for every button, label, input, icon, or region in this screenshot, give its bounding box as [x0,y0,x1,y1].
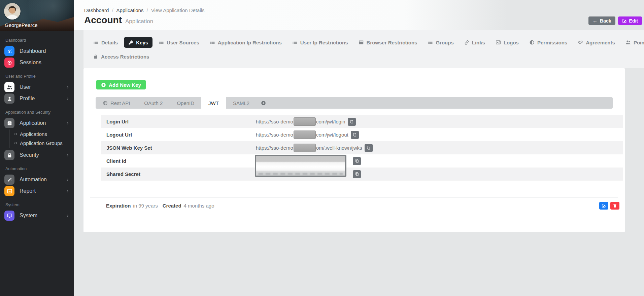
tab-label: Groups [436,40,453,45]
sidebar-subitem-label: Application Groups [20,140,63,146]
redaction-chip [294,117,316,126]
tab-user-sources[interactable]: User Sources [154,37,204,48]
page-subtitle: Application [125,18,153,25]
edit-key-button[interactable] [599,202,608,210]
key-tab-label: OAuth 2 [144,100,163,106]
tab-label: User Sources [167,40,199,45]
key-tab-label: OpenID [177,100,194,106]
copy-button[interactable] [348,118,356,126]
copy-button[interactable] [353,170,361,178]
tab-label: Logos [504,40,519,45]
sidebar-item-profile[interactable]: Profile [0,93,74,104]
sidebar-item-application-groups[interactable]: Application Groups [9,139,74,148]
people-icon [625,40,631,45]
sidebar-item-dashboard[interactable]: Dashboard [0,45,74,57]
sidebar-item-application[interactable]: Application [0,117,74,129]
tab-label: Application Ip Restrictions [218,40,282,45]
key-tab-label: Rest API [110,100,130,106]
title-row: Account Application [74,15,644,26]
tab-logos[interactable]: Logos [491,37,523,48]
copy-button[interactable] [351,131,359,139]
edit-button[interactable]: Edit [618,16,642,25]
key-tab-rest-api[interactable]: Rest API [96,97,137,109]
breadcrumb-applications[interactable]: Applications [116,7,144,13]
tab-label: Access Restrictions [101,54,149,60]
add-new-key-button[interactable]: Add New Key [96,80,146,89]
row-label: JSON Web Key Set [101,145,256,151]
header-buttons: ← Back Edit [588,16,642,25]
tab-permissions[interactable]: Permissions [525,37,572,48]
bullet-icon [14,142,17,144]
url-prefix: https://sso-demo [256,119,293,124]
detail-tabs-row-2: Access Restrictions [89,51,644,62]
record-icon [4,58,14,68]
page-title: Account [84,15,122,26]
breadcrumb-separator: / [146,7,148,13]
chevron-right-icon [66,85,69,89]
chevron-right-icon [66,178,69,182]
key-detail-table: Login Url https://sso-demo com/jwt/login… [101,115,623,181]
url-prefix: https://sso-demo [256,132,293,138]
row-label: Shared Secret [101,171,256,177]
tab-label: Permissions [537,40,567,45]
chevron-right-icon [66,214,69,218]
list-icon [292,40,298,45]
sidebar-item-label: Sessions [20,60,41,66]
sidebar-item-applications[interactable]: Applications [9,130,74,139]
key-tab-saml2[interactable]: SAML2 [226,97,257,109]
sidebar-user-panel: GeorgePearce [0,0,74,31]
bullet-icon [14,133,17,135]
images-icon [496,40,501,45]
sidebar-item-system[interactable]: System [0,210,74,221]
tab-links[interactable]: Links [460,37,489,48]
handshake-icon [578,40,583,45]
copy-button[interactable] [353,157,361,165]
tab-label: Agreements [586,40,615,45]
edit-button-label: Edit [629,18,638,24]
breadcrumb-current: View Application Details [151,7,205,13]
back-button-label: Back [600,18,611,24]
tab-label: Browser Restrictions [367,40,417,45]
sidebar-username: GeorgePearce [5,22,38,28]
copy-button[interactable] [365,144,373,152]
tab-browser-restrictions[interactable]: Browser Restrictions [354,37,422,48]
tab-details[interactable]: Details [89,37,122,48]
row-value: https://sso-demo om/.well-known/jwks [256,144,373,152]
unlock-icon [93,54,98,59]
created-value: 4 months ago [184,203,214,209]
detail-tabs-row-1: Details Keys User Sources Application Ip… [89,37,644,48]
redaction-overlay [255,155,346,177]
key-tab-jwt[interactable]: JWT [201,97,226,109]
avatar[interactable] [4,3,21,20]
sidebar-item-sessions[interactable]: Sessions [0,57,74,68]
key-icon [128,40,133,45]
delete-key-button[interactable] [610,202,619,210]
tab-application-ip-restrictions[interactable]: Application Ip Restrictions [205,37,286,48]
sidebar-item-user[interactable]: User [0,81,74,93]
back-button[interactable]: ← Back [588,16,615,25]
tab-groups[interactable]: Groups [423,37,458,48]
list-icon [428,40,433,45]
key-tab-oauth2[interactable]: OAuth 2 [137,97,170,109]
sidebar-item-label: Report [20,188,36,194]
sidebar-section-label: User and Profile [5,74,69,79]
breadcrumb-dashboard[interactable]: Dashboard [84,7,109,13]
sidebar-item-security[interactable]: Security [0,149,74,161]
tab-point-of-contacts[interactable]: Point of Contacts [621,37,644,48]
link-icon [464,40,469,45]
sidebar-item-label: System [20,213,37,219]
tab-agreements[interactable]: Agreements [573,37,619,48]
redacted-text-remnant [258,173,343,175]
sidebar-item-report[interactable]: Report [0,185,74,197]
row-label: Login Url [101,119,256,124]
row-value: https://sso-demo com/jwt/logout [256,131,359,139]
table-row-jwks: JSON Web Key Set https://sso-demo om/.we… [101,141,623,154]
sidebar-item-automation[interactable]: Automation [0,174,74,185]
tab-access-restrictions[interactable]: Access Restrictions [89,51,154,62]
add-key-type-icon[interactable] [261,101,266,106]
row-label: Logout Url [101,132,256,138]
key-tab-label: JWT [208,100,219,106]
tab-user-ip-restrictions[interactable]: User Ip Restrictions [288,37,352,48]
tab-keys[interactable]: Keys [124,37,152,48]
key-tab-openid[interactable]: OpenID [170,97,201,109]
